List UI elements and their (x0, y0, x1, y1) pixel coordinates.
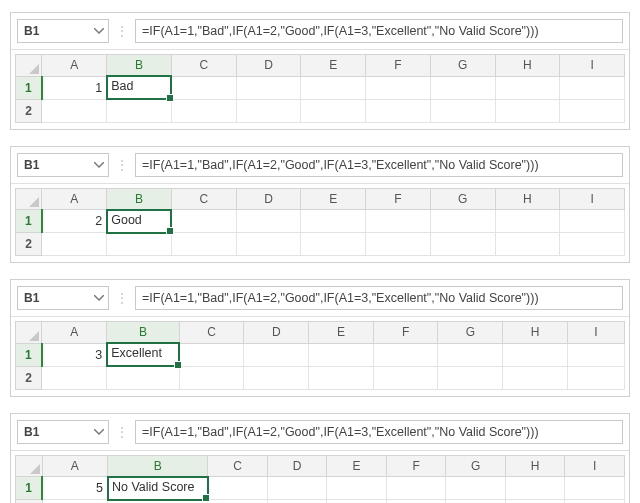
cell[interactable] (503, 366, 568, 389)
cell[interactable] (438, 343, 503, 366)
column-header[interactable]: A (42, 55, 107, 77)
cell[interactable] (171, 99, 236, 122)
cell[interactable] (446, 477, 506, 500)
cell[interactable] (446, 500, 506, 504)
cell[interactable] (495, 76, 560, 99)
name-box[interactable]: B1 (17, 153, 109, 177)
cell[interactable] (565, 477, 625, 500)
cell[interactable] (42, 500, 108, 504)
cell[interactable] (560, 233, 625, 256)
formula-input[interactable]: =IF(A1=1,"Bad",IF(A1=2,"Good",IF(A1=3,"E… (135, 153, 623, 177)
name-box[interactable]: B1 (17, 420, 109, 444)
cell[interactable] (430, 99, 495, 122)
cell[interactable] (309, 366, 374, 389)
cell[interactable] (495, 233, 560, 256)
column-header[interactable]: E (301, 55, 366, 77)
column-header[interactable]: H (495, 188, 560, 210)
column-header[interactable]: I (567, 322, 624, 344)
cell[interactable] (171, 233, 236, 256)
formula-input[interactable]: =IF(A1=1,"Bad",IF(A1=2,"Good",IF(A1=3,"E… (135, 420, 623, 444)
cell[interactable] (366, 210, 431, 233)
cell[interactable] (560, 99, 625, 122)
cell[interactable]: Good (107, 210, 172, 233)
cell[interactable] (107, 233, 172, 256)
select-all-triangle-icon[interactable] (16, 55, 42, 77)
column-header[interactable]: G (430, 55, 495, 77)
cell[interactable] (171, 210, 236, 233)
column-header[interactable]: D (267, 455, 327, 477)
row-header[interactable]: 2 (16, 233, 42, 256)
cell[interactable] (386, 477, 446, 500)
cell[interactable] (495, 99, 560, 122)
chevron-down-icon[interactable] (90, 162, 108, 168)
select-all-triangle-icon[interactable] (16, 188, 42, 210)
cell[interactable] (301, 76, 366, 99)
cell[interactable]: 2 (42, 210, 107, 233)
column-header[interactable]: A (42, 188, 107, 210)
cell[interactable] (179, 343, 244, 366)
cell[interactable]: No Valid Score (108, 477, 208, 500)
column-header[interactable]: C (179, 322, 244, 344)
cell[interactable]: 1 (42, 76, 107, 99)
cell[interactable] (495, 210, 560, 233)
formula-input[interactable]: =IF(A1=1,"Bad",IF(A1=2,"Good",IF(A1=3,"E… (135, 286, 623, 310)
name-box[interactable]: B1 (17, 286, 109, 310)
cell[interactable] (107, 366, 179, 389)
column-header[interactable]: I (565, 455, 625, 477)
cell[interactable] (430, 233, 495, 256)
cell[interactable] (560, 76, 625, 99)
column-header[interactable]: H (495, 55, 560, 77)
cell[interactable] (267, 500, 327, 504)
cell[interactable] (327, 477, 387, 500)
cell[interactable] (560, 210, 625, 233)
cell[interactable]: 5 (42, 477, 108, 500)
cell[interactable] (309, 343, 374, 366)
row-header[interactable]: 2 (16, 366, 42, 389)
column-header[interactable]: D (244, 322, 309, 344)
column-header[interactable]: G (438, 322, 503, 344)
cell[interactable] (244, 366, 309, 389)
cell[interactable] (42, 366, 107, 389)
cell[interactable] (208, 500, 268, 504)
column-header[interactable]: B (107, 188, 172, 210)
cell[interactable] (505, 500, 565, 504)
column-header[interactable]: C (171, 55, 236, 77)
cell[interactable] (386, 500, 446, 504)
cell[interactable] (244, 343, 309, 366)
column-header[interactable]: E (327, 455, 387, 477)
column-header[interactable]: G (446, 455, 506, 477)
cell[interactable] (107, 99, 172, 122)
cell[interactable] (236, 76, 301, 99)
column-header[interactable]: F (366, 188, 431, 210)
row-header[interactable]: 1 (16, 477, 43, 500)
select-all-triangle-icon[interactable] (16, 455, 43, 477)
cell[interactable] (236, 233, 301, 256)
column-header[interactable]: B (108, 455, 208, 477)
cell[interactable] (267, 477, 327, 500)
column-header[interactable]: A (42, 322, 107, 344)
chevron-down-icon[interactable] (90, 28, 108, 34)
cell[interactable] (42, 99, 107, 122)
cell[interactable] (171, 76, 236, 99)
column-header[interactable]: A (42, 455, 108, 477)
cell[interactable] (567, 343, 624, 366)
name-box[interactable]: B1 (17, 19, 109, 43)
row-header[interactable]: 2 (16, 99, 42, 122)
cell[interactable] (373, 343, 438, 366)
column-header[interactable]: D (236, 55, 301, 77)
column-header[interactable]: I (560, 188, 625, 210)
column-header[interactable]: B (107, 322, 179, 344)
cell[interactable] (366, 99, 431, 122)
row-header[interactable]: 1 (16, 343, 42, 366)
cell[interactable] (301, 99, 366, 122)
cell[interactable]: Excellent (107, 343, 179, 366)
cell[interactable] (430, 210, 495, 233)
column-header[interactable]: E (301, 188, 366, 210)
cell[interactable] (42, 233, 107, 256)
column-header[interactable]: F (373, 322, 438, 344)
column-header[interactable]: F (366, 55, 431, 77)
cell[interactable] (301, 233, 366, 256)
column-header[interactable]: F (386, 455, 446, 477)
cell[interactable] (503, 343, 568, 366)
cell[interactable] (505, 477, 565, 500)
